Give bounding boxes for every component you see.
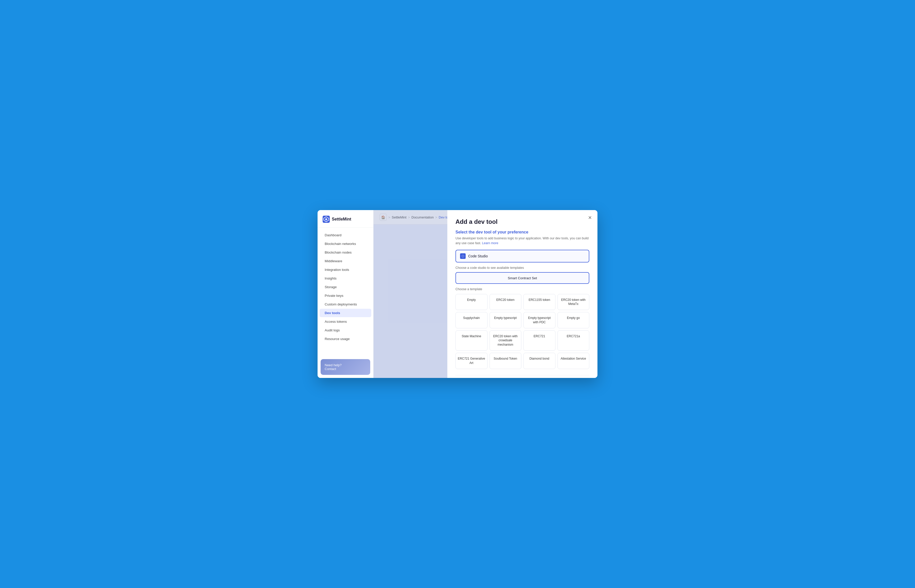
svg-point-3 <box>325 218 327 220</box>
sidebar-help[interactable]: Need help? Contact <box>321 359 370 375</box>
template-item-soulbound[interactable]: Soulbound Token <box>490 353 522 369</box>
template-item-attestation-service[interactable]: Attestation Service <box>558 353 590 369</box>
template-item-empty-ts-pdc[interactable]: Empty typescript with PDC <box>524 312 556 328</box>
template-item-erc1155-token[interactable]: ERC1155 token <box>524 294 556 310</box>
template-item-erc20-token[interactable]: ERC20 token <box>490 294 522 310</box>
sidebar-item-insights[interactable]: Insights <box>320 274 371 283</box>
template-item-erc721[interactable]: ERC721 <box>524 330 556 351</box>
code-studio-label: Code Studio <box>468 254 488 258</box>
sidebar-item-private-keys[interactable]: Private keys <box>320 291 371 300</box>
modal-description: Use developer tools to add business logi… <box>456 236 589 246</box>
modal-subtitle: Select the dev tool of your preference <box>456 230 589 234</box>
sidebar-item-dashboard[interactable]: Dashboard <box>320 231 371 239</box>
choose-code-studio-label: Choose a code studio to see available te… <box>456 266 589 270</box>
smart-contract-set-label: Smart Contract Set <box>508 276 537 280</box>
sidebar: SettleMint DashboardBlockchain networksB… <box>318 210 373 378</box>
smart-contract-set-selector[interactable]: Smart Contract Set <box>456 272 589 284</box>
sidebar-nav: DashboardBlockchain networksBlockchain n… <box>318 228 373 356</box>
sidebar-item-audit-logs[interactable]: Audit logs <box>320 326 371 334</box>
template-item-empty-go[interactable]: Empty go <box>558 312 590 328</box>
help-line2: Contact <box>325 367 366 371</box>
template-item-empty[interactable]: Empty <box>456 294 488 310</box>
sidebar-item-storage[interactable]: Storage <box>320 283 371 291</box>
sidebar-item-blockchain-nodes[interactable]: Blockchain nodes <box>320 248 371 257</box>
template-item-supplychain[interactable]: Supplychain <box>456 312 488 328</box>
sidebar-item-resource-usage[interactable]: Resource usage <box>320 335 371 343</box>
template-item-state-machine[interactable]: State Machine <box>456 330 488 351</box>
learn-more-link[interactable]: Learn more <box>482 241 498 245</box>
choose-template-label: Choose a template <box>456 288 589 291</box>
sidebar-item-blockchain-networks[interactable]: Blockchain networks <box>320 239 371 248</box>
add-dev-tool-modal: ✕ Add a dev tool Select the dev tool of … <box>447 210 597 378</box>
modal-title: Add a dev tool <box>456 218 589 225</box>
template-item-erc721a[interactable]: ERC721a <box>558 330 590 351</box>
template-grid: EmptyERC20 tokenERC1155 tokenERC20 token… <box>456 294 589 369</box>
modal-overlay: ✕ Add a dev tool Select the dev tool of … <box>373 210 597 378</box>
code-studio-selector[interactable]: ⬡ Code Studio <box>456 250 589 262</box>
sidebar-item-dev-tools[interactable]: Dev tools <box>320 309 371 317</box>
modal-close-button[interactable]: ✕ <box>586 214 593 221</box>
sidebar-item-access-tokens[interactable]: Access tokens <box>320 317 371 326</box>
template-item-empty-typescript[interactable]: Empty typescript <box>490 312 522 328</box>
code-studio-icon: ⬡ <box>460 253 466 259</box>
logo-text: SettleMint <box>332 217 351 221</box>
sidebar-item-middleware[interactable]: Middleware <box>320 257 371 265</box>
settlemint-logo-icon <box>323 216 330 223</box>
sidebar-item-custom-deployments[interactable]: Custom deployments <box>320 300 371 309</box>
template-item-erc20-metatx[interactable]: ERC20 token with MetaTx <box>558 294 590 310</box>
template-item-erc20-crowdsale[interactable]: ERC20 token with crowdsale mechanism <box>490 330 522 351</box>
sidebar-logo: SettleMint <box>318 210 373 228</box>
help-line1: Need help? <box>325 363 366 367</box>
template-item-diamond-bond[interactable]: Diamond bond <box>524 353 556 369</box>
main-content: 🏠 > SettleMint > Documentation > Dev too… <box>373 210 597 378</box>
modal-footer: Cancel Continue <box>456 375 589 378</box>
sidebar-item-integration-tools[interactable]: Integration tools <box>320 265 371 274</box>
app-window: SettleMint DashboardBlockchain networksB… <box>318 210 597 378</box>
template-item-erc721-generative[interactable]: ERC721 Generative Art <box>456 353 488 369</box>
